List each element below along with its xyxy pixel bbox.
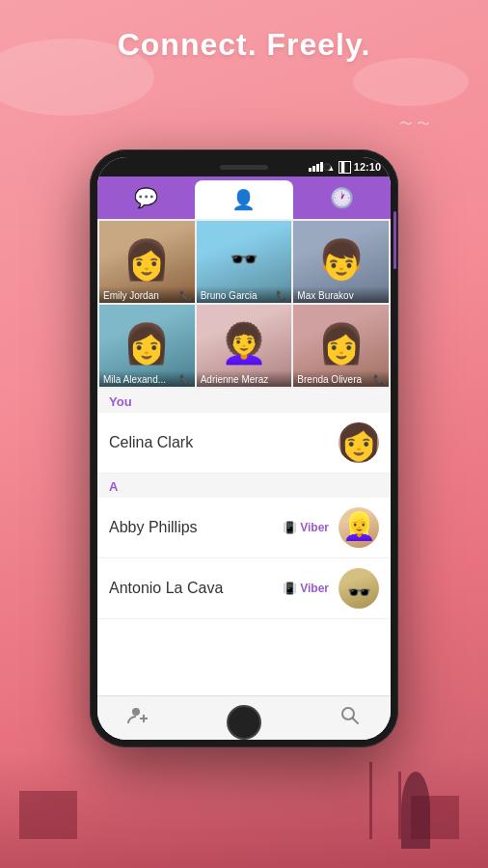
chat-icon: 💬 <box>134 186 158 209</box>
phone-screen: ▲ ▌ 12:10 💬 👤 🕐 <box>97 157 391 740</box>
add-contact-button[interactable] <box>126 704 149 733</box>
tile-name-mila: Mila Alexand... 📞 <box>99 370 195 387</box>
time-display: 12:10 <box>354 161 381 173</box>
signal-bar-1 <box>309 168 312 172</box>
search-button[interactable] <box>339 704 362 733</box>
svg-point-0 <box>132 708 140 716</box>
tab-chat[interactable]: 💬 <box>97 176 195 219</box>
signal-icon <box>309 162 323 172</box>
contact-item-celina[interactable]: Celina Clark <box>97 413 391 474</box>
tab-contacts[interactable]: 👤 <box>195 180 292 219</box>
bg-pole-1 <box>369 762 372 839</box>
section-header-a: A <box>97 474 391 498</box>
phone-speaker <box>220 165 268 170</box>
contact-item-antonio[interactable]: Antonio La Cava 📳 Viber <box>97 558 391 619</box>
tile-name-adrienne: Adrienne Meraz <box>197 370 292 387</box>
bg-cloud-right <box>353 58 469 106</box>
battery-icon: ▌ <box>339 161 351 174</box>
svg-line-4 <box>353 718 359 723</box>
avatar-abby <box>339 507 379 548</box>
bg-birds: 〜 〜 <box>399 116 430 133</box>
contact-tile-brenda[interactable]: Brenda Olivera 📞 <box>293 305 389 387</box>
viber-logo-antonio: 📳 <box>283 582 297 595</box>
contact-name-celina: Celina Clark <box>109 434 339 451</box>
contact-item-abby[interactable]: Abby Phillips 📳 Viber <box>97 498 391 558</box>
bg-pole-2 <box>398 772 401 839</box>
phone-icon-brenda: 📞 <box>373 374 385 385</box>
avatar-antonio <box>339 568 379 609</box>
contact-name-antonio: Antonio La Cava <box>109 580 283 597</box>
nav-bar: 💬 👤 🕐 <box>97 176 391 219</box>
phone-frame: ▲ ▌ 12:10 💬 👤 🕐 <box>90 149 398 747</box>
bg-house-left <box>19 791 77 839</box>
person-icon: 👤 <box>231 188 256 211</box>
status-icons: ▲ ▌ 12:10 <box>309 161 381 174</box>
phone-icon-mila: 📞 <box>179 374 191 385</box>
recent-contacts-grid: Emily Jordan 📞 Bruno Garcia 📞 <box>97 219 391 389</box>
contact-tile-adrienne[interactable]: Adrienne Meraz <box>197 305 292 387</box>
contact-tile-bruno[interactable]: Bruno Garcia 📞 <box>197 221 292 303</box>
viber-badge-abby: 📳 Viber <box>283 521 329 534</box>
tile-name-brenda: Brenda Olivera 📞 <box>293 370 389 387</box>
phone-camera <box>323 163 331 171</box>
bg-tree <box>401 772 430 849</box>
viber-badge-antonio: 📳 Viber <box>283 582 329 595</box>
contact-tile-max[interactable]: Max Burakov <box>293 221 389 303</box>
viber-text-antonio: Viber <box>300 582 329 595</box>
content-area: Emily Jordan 📞 Bruno Garcia 📞 <box>97 219 391 695</box>
contact-tile-emily[interactable]: Emily Jordan 📞 <box>99 221 195 303</box>
avatar-celina <box>339 422 379 463</box>
app-title: Connect. Freely. <box>118 27 371 63</box>
signal-bar-2 <box>312 166 315 172</box>
phone-icon-emily: 📞 <box>179 290 191 301</box>
viber-logo-abby: 📳 <box>283 521 297 534</box>
tab-recent[interactable]: 🕐 <box>293 176 391 219</box>
tile-name-emily: Emily Jordan 📞 <box>99 286 195 303</box>
tile-name-bruno: Bruno Garcia 📞 <box>197 286 292 303</box>
clock-icon: 🕐 <box>330 186 354 209</box>
phone-home-button[interactable] <box>227 705 261 740</box>
viber-text-abby: Viber <box>300 521 329 534</box>
contact-tile-mila[interactable]: Mila Alexand... 📞 <box>99 305 195 387</box>
signal-bar-3 <box>316 164 319 172</box>
tile-name-max: Max Burakov <box>293 286 389 303</box>
section-header-you: You <box>97 389 391 413</box>
contact-name-abby: Abby Phillips <box>109 519 283 536</box>
phone-icon-bruno: 📞 <box>276 290 287 301</box>
